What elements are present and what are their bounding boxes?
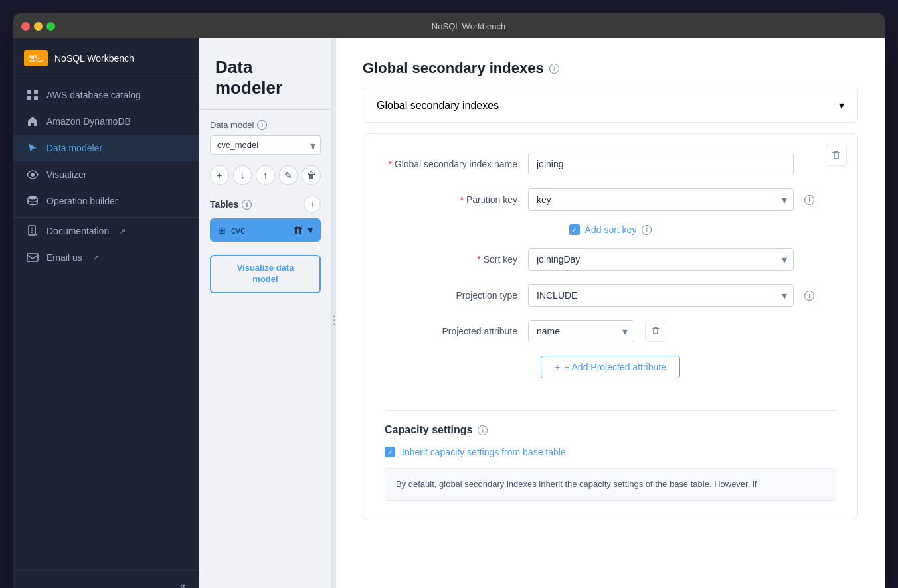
data-model-section: Data model i cvc_model — [199, 120, 331, 165]
add-sort-key-row: Add sort key i — [385, 224, 836, 235]
svg-text:aws: aws — [29, 54, 37, 58]
database-icon — [27, 195, 39, 207]
home-icon — [27, 115, 39, 127]
svg-rect-1 — [27, 90, 31, 94]
index-name-label: Global secondary index name — [385, 159, 517, 169]
sort-key-select[interactable]: joiningDay — [528, 248, 794, 271]
eye-icon — [27, 169, 39, 181]
window-title: NoSQL Workbench — [60, 21, 877, 31]
data-model-select[interactable]: cvc_model — [210, 135, 321, 155]
partition-key-select[interactable]: key — [528, 188, 794, 211]
table-item-right: 🗑 ▾ — [293, 224, 313, 236]
nav-menu: AWS database catalog Amazon DynamoDB — [13, 76, 199, 570]
projection-type-info-icon[interactable]: i — [804, 291, 814, 301]
drag-dots — [333, 315, 335, 325]
sidebar-app-name: NoSQL Workbench — [54, 53, 134, 64]
sidebar-item-data-modeler[interactable]: Data modeler — [13, 135, 199, 161]
sort-key-label: Sort key — [385, 254, 517, 265]
maximize-button[interactable] — [46, 22, 55, 31]
app-window: NoSQL Workbench aws NoSQL Workbench — [13, 13, 885, 588]
delete-table-icon[interactable]: 🗑 — [293, 224, 304, 236]
projection-type-select-wrapper: INCLUDE ALL KEYS_ONLY — [528, 284, 794, 307]
section-title: Global secondary indexes — [363, 60, 544, 77]
table-item-cvc[interactable]: ⊞ cvc 🗑 ▾ — [210, 218, 321, 242]
sidebar-item-label: Documentation — [46, 226, 109, 236]
sidebar-item-label: AWS database catalog — [46, 90, 141, 100]
plus-icon: + — [555, 362, 560, 372]
delete-gsi-button[interactable] — [826, 145, 847, 166]
capacity-info-icon[interactable]: i — [478, 425, 488, 435]
index-name-input[interactable] — [528, 153, 794, 175]
projection-type-row: Projection type INCLUDE ALL KEYS_ONLY i — [385, 284, 836, 307]
sort-key-select-wrapper: joiningDay — [528, 248, 794, 271]
tables-label: Tables i — [210, 199, 252, 210]
svg-point-6 — [28, 196, 37, 200]
sidebar-item-email[interactable]: Email us ↗ — [13, 244, 199, 271]
svg-rect-3 — [27, 96, 31, 100]
sidebar-item-documentation[interactable]: Documentation ↗ — [13, 217, 199, 244]
partition-key-select-wrapper: key — [528, 188, 794, 211]
expand-table-icon[interactable]: ▾ — [308, 224, 313, 236]
projected-attr-select[interactable]: name — [528, 320, 634, 342]
drag-dot — [333, 315, 335, 317]
tables-section: Tables i + ⊞ cvc 🗑 ▾ — [199, 196, 331, 244]
sidebar-item-label: Operation builder — [46, 196, 118, 206]
section-info-icon[interactable]: i — [549, 64, 559, 74]
left-panel: Data modeler Data model i cvc_model + ↓ … — [199, 38, 332, 588]
drag-dot — [333, 323, 335, 325]
data-model-select-wrapper: cvc_model — [210, 135, 321, 155]
projected-attr-select-wrapper: name — [528, 320, 634, 342]
sort-key-info-icon[interactable]: i — [642, 225, 652, 235]
sidebar-item-label: Email us — [46, 252, 82, 263]
svg-rect-4 — [34, 96, 38, 100]
delete-projected-attr-button[interactable] — [645, 321, 666, 342]
sidebar-header: aws NoSQL Workbench — [13, 38, 199, 76]
grid-icon — [27, 89, 39, 101]
gsi-collapse-section[interactable]: Global secondary indexes ▾ — [363, 88, 858, 123]
gsi-card: Global secondary index name Partition ke… — [363, 133, 858, 520]
edit-model-button[interactable]: ✎ — [279, 165, 298, 185]
close-button[interactable] — [21, 22, 30, 31]
add-table-button[interactable]: + — [304, 196, 321, 213]
cursor-icon — [27, 142, 39, 154]
add-sort-key-checkbox[interactable] — [569, 224, 580, 235]
sidebar-item-visualizer[interactable]: Visualizer — [13, 161, 199, 188]
svg-point-5 — [31, 173, 35, 177]
capacity-title: Capacity settings — [385, 424, 472, 436]
partition-key-label: Partition key — [385, 194, 517, 205]
capacity-header: Capacity settings i — [385, 424, 836, 436]
doc-icon — [27, 225, 39, 237]
action-buttons: + ↓ ↑ ✎ 🗑 — [199, 165, 331, 196]
panel-divider — [199, 109, 331, 110]
table-item-name: cvc — [231, 225, 245, 236]
sidebar-item-operation-builder[interactable]: Operation builder — [13, 188, 199, 214]
capacity-note: By default, global secondary indexes inh… — [385, 468, 836, 501]
aws-logo: aws — [24, 50, 48, 66]
delete-model-button[interactable]: 🗑 — [302, 165, 321, 185]
add-model-button[interactable]: + — [210, 165, 229, 185]
traffic-lights — [21, 22, 55, 31]
add-sort-key-label[interactable]: Add sort key — [585, 224, 637, 235]
email-icon — [27, 252, 39, 263]
inherit-capacity-label: Inherit capacity settings from base tabl… — [402, 447, 566, 457]
sidebar: aws NoSQL Workbench AWS databa — [13, 38, 199, 588]
table-item-left: ⊞ cvc — [218, 225, 245, 236]
svg-rect-2 — [34, 90, 38, 94]
tables-info-icon[interactable]: i — [242, 200, 252, 210]
sidebar-item-dynamodb[interactable]: Amazon DynamoDB — [13, 108, 199, 135]
section-header: Global secondary indexes i — [363, 60, 858, 77]
upload-model-button[interactable]: ↑ — [256, 165, 275, 185]
inherit-capacity-checkbox[interactable] — [385, 447, 395, 457]
projection-type-select[interactable]: INCLUDE ALL KEYS_ONLY — [528, 284, 794, 307]
chevron-down-icon: ▾ — [839, 99, 844, 111]
download-model-button[interactable]: ↓ — [233, 165, 252, 185]
minimize-button[interactable] — [34, 22, 43, 31]
collapse-sidebar-button[interactable]: « — [13, 570, 199, 588]
partition-key-info-icon[interactable]: i — [804, 195, 814, 205]
sidebar-item-aws-catalog[interactable]: AWS database catalog — [13, 82, 199, 108]
add-projected-attr-button[interactable]: + + Add Projected attribute — [541, 356, 680, 378]
data-model-info-icon[interactable]: i — [257, 120, 267, 130]
visualize-model-button[interactable]: Visualize data model — [210, 255, 321, 293]
drag-dot — [333, 319, 335, 321]
external-link-icon: ↗ — [120, 227, 126, 236]
